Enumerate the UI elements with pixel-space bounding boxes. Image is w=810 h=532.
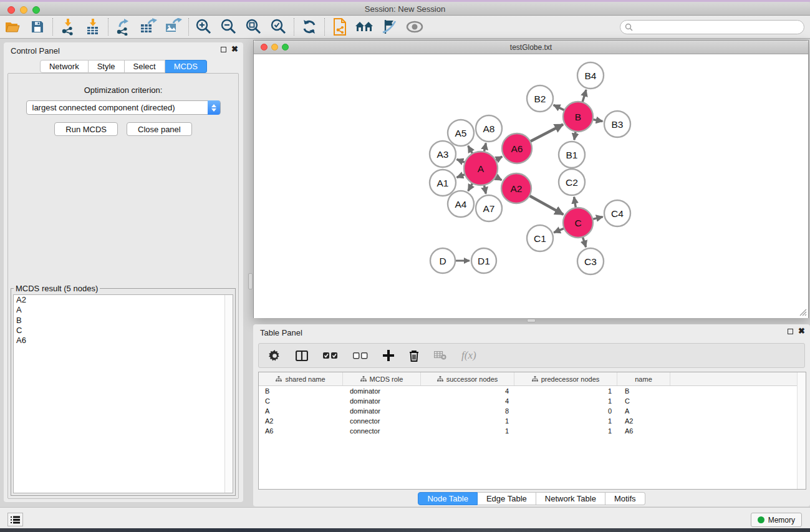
tab-network-table[interactable]: Network Table [536, 492, 605, 505]
window-resize-grip[interactable] [799, 309, 807, 316]
result-item[interactable]: B [14, 316, 233, 326]
table-row[interactable]: Adominator80A [259, 406, 806, 416]
mcds-result-list[interactable]: A2ABCA6 [13, 294, 233, 493]
table-row[interactable]: A6connector11A6 [259, 426, 806, 436]
export-table-icon[interactable] [136, 17, 161, 37]
network-canvas[interactable]: B4B2BB3A5A8A6A3B1AA1C2A2A4A7C4CC1C3DD1 [254, 54, 808, 318]
graph-node-C1[interactable]: C1 [527, 225, 553, 251]
app-title: Session: New Session [0, 4, 810, 14]
table-row[interactable]: Bdominator41B [259, 386, 806, 396]
table-panel-title: Table Panel [260, 328, 302, 337]
import-table-icon[interactable] [80, 17, 105, 37]
graph-node-C4[interactable]: C4 [604, 200, 630, 226]
graph-node-C3[interactable]: C3 [577, 248, 604, 274]
houses-icon[interactable] [352, 17, 377, 37]
run-mcds-button[interactable]: Run MCDS [54, 122, 118, 136]
graph-node-C2[interactable]: C2 [559, 169, 585, 195]
save-icon[interactable] [25, 17, 50, 37]
status-bar: Memory [0, 507, 810, 528]
tab-style[interactable]: Style [89, 60, 125, 73]
zoom-in-icon[interactable] [191, 17, 216, 37]
tab-motifs[interactable]: Motifs [605, 492, 645, 505]
table-row[interactable]: Cdominator41C [259, 396, 806, 406]
graph-node-B1[interactable]: B1 [559, 142, 585, 168]
column-header-successor-nodes[interactable]: successor nodes [421, 372, 514, 385]
export-image-icon[interactable] [161, 17, 186, 37]
graph-node-D1[interactable]: D1 [471, 248, 496, 273]
column-type-icon [360, 376, 367, 382]
import-network-icon[interactable] [55, 17, 80, 37]
show-columns-icon[interactable] [296, 351, 308, 361]
graph-node-C[interactable]: C [563, 208, 593, 238]
float-table-panel-icon[interactable] [788, 329, 793, 334]
refresh-icon[interactable] [297, 17, 322, 37]
document-network-icon[interactable] [327, 17, 352, 37]
svg-text:D1: D1 [478, 256, 490, 266]
tab-node-table[interactable]: Node Table [418, 492, 478, 505]
table-row[interactable]: A2connector11A2 [259, 416, 806, 426]
graph-node-D[interactable]: D [430, 248, 455, 273]
export-network-icon[interactable] [111, 17, 136, 37]
task-history-button[interactable] [7, 513, 23, 526]
close-panel-icon[interactable]: ✖ [231, 46, 238, 52]
graph-node-A5[interactable]: A5 [448, 120, 474, 146]
graph-edge-A2-C[interactable] [528, 195, 563, 215]
memory-label: Memory [768, 516, 795, 525]
tab-edge-table[interactable]: Edge Table [478, 492, 536, 505]
svg-text:A: A [478, 163, 485, 174]
table-panel-tabs: Node TableEdge TableNetwork TableMotifs [253, 492, 810, 505]
result-item[interactable]: A6 [14, 336, 233, 346]
column-header-MCDS-role[interactable]: MCDS role [343, 372, 421, 385]
result-item[interactable]: A [14, 305, 233, 315]
memory-button[interactable]: Memory [751, 513, 802, 527]
network-window-titlebar[interactable]: testGlobe.txt [254, 41, 808, 54]
close-panel-button[interactable]: Close panel [127, 122, 192, 136]
table-scrollbar[interactable] [797, 372, 806, 489]
graph-node-A6[interactable]: A6 [502, 133, 532, 163]
graph-node-A7[interactable]: A7 [476, 195, 502, 221]
folder-open-icon[interactable] [0, 17, 25, 37]
delete-column-icon[interactable] [409, 350, 419, 362]
flag-slash-icon[interactable] [377, 17, 402, 37]
graph-node-B3[interactable]: B3 [604, 111, 630, 137]
result-list-scrollbar[interactable] [224, 295, 233, 493]
control-panel-tabs: NetworkStyleSelectMCDS [4, 60, 243, 73]
graph-node-B[interactable]: B [563, 102, 593, 132]
zoom-out-icon[interactable] [216, 17, 241, 37]
graph-node-A2[interactable]: A2 [501, 173, 531, 203]
graph-node-A3[interactable]: A3 [430, 141, 456, 167]
result-item[interactable]: C [14, 326, 233, 336]
graph-node-A8[interactable]: A8 [476, 115, 502, 142]
svg-text:A3: A3 [437, 149, 449, 160]
tab-mcds[interactable]: MCDS [165, 60, 207, 73]
svg-text:A7: A7 [483, 203, 495, 214]
optimization-criterion-select[interactable]: largest connected component (directed) [26, 100, 221, 115]
toolbar-separator [188, 18, 189, 36]
graph-node-B4[interactable]: B4 [577, 62, 604, 89]
horizontal-splitter-handle[interactable] [527, 319, 536, 322]
select-all-checkboxes-icon[interactable] [323, 352, 338, 359]
node-table[interactable]: shared nameMCDS rolesuccessor nodesprede… [258, 372, 806, 490]
graph-edge-A6-B[interactable] [529, 125, 564, 142]
graph-node-B2[interactable]: B2 [527, 85, 553, 112]
deselect-all-checkboxes-icon[interactable] [353, 352, 368, 359]
float-panel-icon[interactable] [221, 47, 226, 52]
graph-node-A4[interactable]: A4 [448, 191, 474, 217]
graph-node-A1[interactable]: A1 [430, 170, 456, 196]
zoom-selected-icon[interactable] [266, 17, 291, 37]
close-table-panel-icon[interactable]: ✖ [798, 328, 805, 334]
graph-edge-B-B2[interactable] [554, 105, 566, 110]
tab-select[interactable]: Select [125, 60, 165, 73]
tab-network[interactable]: Network [40, 60, 89, 73]
column-header-shared-name[interactable]: shared name [259, 372, 343, 385]
zoom-fit-icon[interactable] [241, 17, 266, 37]
column-header-name[interactable]: name [617, 372, 670, 385]
result-item[interactable]: A2 [14, 295, 233, 305]
gear-icon[interactable] [269, 350, 281, 362]
graph-edge-B-B4[interactable] [582, 90, 586, 104]
column-header-predecessor-nodes[interactable]: predecessor nodes [514, 372, 617, 385]
graph-node-A[interactable]: A [464, 152, 498, 185]
add-column-icon[interactable] [383, 350, 394, 361]
vertical-splitter-handle[interactable] [248, 273, 253, 289]
search-input[interactable] [635, 23, 798, 32]
